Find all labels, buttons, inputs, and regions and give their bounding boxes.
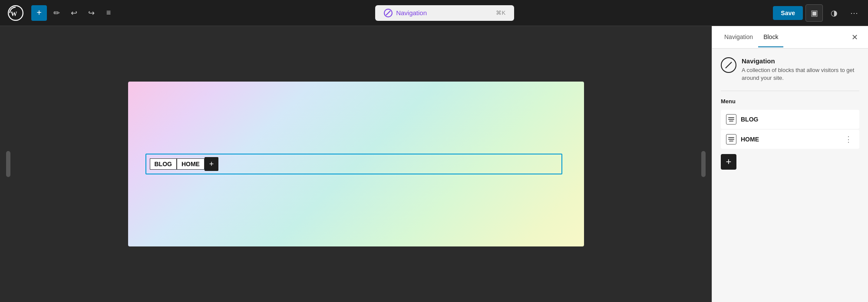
more-options-button[interactable]: ⋯	[845, 4, 863, 22]
close-icon: ✕	[851, 33, 858, 42]
edit-button[interactable]: ✏	[49, 5, 64, 21]
nav-add-item-button[interactable]: +	[205, 157, 218, 171]
undo-icon: ↩	[71, 8, 77, 18]
nav-item-home[interactable]: HOME	[177, 158, 205, 170]
add-menu-item-button[interactable]: +	[721, 154, 736, 170]
tab-navigation[interactable]: Navigation	[719, 27, 758, 47]
menu-item-home[interactable]: HOME ⋮	[721, 130, 859, 149]
main-area: BLOG HOME + Navigation Block ✕ N	[0, 26, 868, 302]
top-toolbar: W + ✏ ↩ ↪ ≡ Navigation ⌘K Save ▣	[0, 0, 868, 26]
menu-item-blog[interactable]: BLOG	[721, 110, 859, 129]
list-icon: ≡	[106, 8, 111, 17]
panel-tabs: Navigation Block ✕	[712, 26, 868, 49]
nav-item-blog[interactable]: BLOG	[150, 158, 177, 170]
navigation-block[interactable]: BLOG HOME +	[145, 154, 562, 174]
plus-icon: +	[726, 156, 732, 167]
panel-content: Navigation A collection of blocks that a…	[712, 49, 868, 178]
save-button[interactable]: Save	[773, 6, 803, 20]
block-nav-icon	[721, 57, 736, 73]
undo-button[interactable]: ↩	[66, 5, 82, 21]
panel-divider	[721, 91, 859, 91]
menu-item-home-more-button[interactable]: ⋮	[843, 135, 854, 144]
menu-item-home-icon	[726, 134, 736, 144]
block-description: A collection of blocks that allow visito…	[742, 66, 859, 82]
scroll-handle-left[interactable]	[6, 151, 10, 177]
menu-section-title: Menu	[721, 98, 859, 105]
block-title: Navigation	[742, 57, 859, 65]
block-info-text: Navigation A collection of blocks that a…	[742, 57, 859, 82]
contrast-icon: ◑	[831, 8, 838, 18]
menu-items-list: BLOG HOME ⋮	[721, 110, 859, 149]
command-bar-shortcut: ⌘K	[496, 10, 505, 16]
menu-section: Menu BLOG	[721, 98, 859, 170]
plus-icon: +	[36, 8, 42, 18]
toolbar-right: Save ▣ ◑ ⋯	[773, 4, 863, 22]
menu-item-home-label: HOME	[741, 136, 838, 143]
sidebar-toggle-button[interactable]: ▣	[805, 4, 823, 22]
plus-icon: +	[209, 160, 214, 169]
block-info: Navigation A collection of blocks that a…	[721, 57, 859, 82]
contrast-toggle-button[interactable]: ◑	[825, 4, 843, 22]
menu-item-blog-icon	[726, 114, 736, 125]
svg-text:W: W	[11, 10, 17, 17]
scroll-handle-right[interactable]	[701, 151, 706, 177]
pencil-icon: ✏	[53, 8, 60, 18]
command-bar-title: Navigation	[396, 9, 427, 16]
canvas-area: BLOG HOME +	[0, 26, 712, 302]
menu-item-blog-label: BLOG	[741, 116, 854, 123]
wp-logo[interactable]: W	[5, 3, 26, 23]
right-panel: Navigation Block ✕ Navigation A collecti…	[712, 26, 868, 302]
tab-block[interactable]: Block	[758, 27, 783, 47]
more-icon: ⋯	[850, 8, 858, 18]
command-bar[interactable]: Navigation ⌘K	[375, 5, 514, 21]
toolbar-center: Navigation ⌘K	[118, 5, 771, 21]
add-block-button[interactable]: +	[31, 5, 47, 21]
navigation-circle-icon	[384, 9, 393, 17]
redo-button[interactable]: ↪	[83, 5, 99, 21]
sidebar-icon: ▣	[811, 8, 818, 18]
canvas-content: BLOG HOME +	[128, 82, 584, 246]
panel-close-button[interactable]: ✕	[848, 31, 861, 44]
command-bar-left: Navigation	[384, 9, 427, 17]
redo-icon: ↪	[88, 8, 95, 18]
list-view-button[interactable]: ≡	[101, 5, 116, 21]
